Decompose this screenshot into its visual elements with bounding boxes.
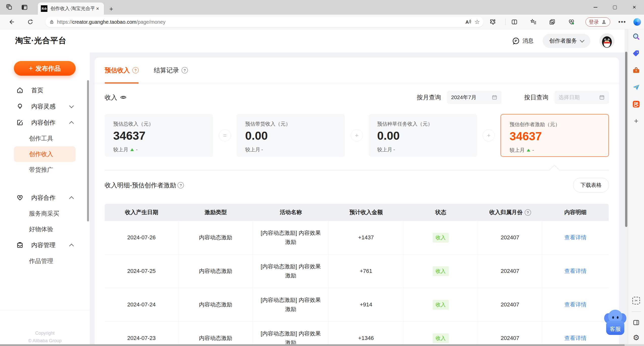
tab-close-icon[interactable]	[94, 5, 101, 12]
tab-estimated-income[interactable]: 预估收入	[105, 57, 139, 83]
sidebar-item-creation-income[interactable]: 创作收入	[14, 146, 76, 162]
page-scrollbar[interactable]	[625, 29, 628, 346]
help-icon[interactable]	[132, 67, 139, 73]
sidebar-item-label: 内容创作	[31, 119, 55, 127]
sidebar-messenger-icon[interactable]	[632, 83, 640, 92]
customer-service-button[interactable]: 客服	[605, 310, 626, 336]
sidebar-scrollbar-thumb[interactable]	[87, 80, 89, 221]
sidebar-item-works-management[interactable]: 作品管理	[14, 253, 76, 269]
extensions-button[interactable]	[489, 17, 496, 27]
sidebar-settings-icon[interactable]: ⚙	[632, 333, 640, 342]
income-detail-table: 收入产生日期 激励类型 活动名称 预计收入金额 状态 收入归属月份 内容明细 2…	[105, 204, 609, 346]
card-total-income[interactable]: 预估总收入（元） 34637 较上月-	[105, 114, 213, 157]
new-tab-button[interactable]	[107, 5, 115, 13]
compare-value: -	[261, 147, 263, 153]
publish-work-button[interactable]: + 发布作品	[14, 61, 76, 76]
card-sales-income[interactable]: 预估带货收入（元） 0.00 较上月-	[237, 114, 345, 157]
sidebar-item-label: 内容管理	[31, 241, 55, 249]
cell-detail: 查看详情	[542, 288, 609, 322]
collections-button[interactable]	[549, 17, 556, 27]
table-row: 2024-07-26 内容动态激励 [内容动态激励] 内容效果激励 +1437 …	[105, 221, 609, 254]
address-bar[interactable]: https://creator.guanghe.taobao.com/page/…	[45, 17, 483, 27]
browser-tab[interactable]: 光合 创作收入·淘宝光合平台	[38, 3, 104, 15]
section-divider	[105, 170, 609, 170]
rail-divider	[632, 311, 641, 312]
site-header: 淘宝·光合平台 消息 创作者服务	[0, 29, 625, 52]
toolbar-divider	[505, 19, 506, 25]
help-icon[interactable]	[182, 67, 188, 73]
split-screen-button[interactable]	[511, 17, 518, 27]
messages-button[interactable]: 消息	[512, 37, 534, 45]
lightbulb-icon	[16, 103, 24, 110]
sidebar-add-icon[interactable]: +	[632, 117, 640, 125]
horizontal-scrollbar-thumb[interactable]	[0, 344, 625, 346]
creator-services-dropdown[interactable]: 创作者服务	[543, 34, 590, 48]
trend-up-icon	[527, 149, 530, 152]
card-seeding-task-income[interactable]: 预估种草任务收入（元） 0.00 较上月-	[369, 114, 477, 157]
sidebar-item-goods-experience[interactable]: 好物体验	[14, 221, 76, 237]
site-logo[interactable]: 淘宝·光合平台	[15, 35, 66, 46]
refresh-button[interactable]	[25, 16, 36, 27]
lock-icon	[49, 19, 54, 25]
sidebar-search-icon[interactable]	[632, 32, 640, 41]
view-details-link[interactable]: 查看详情	[564, 267, 587, 275]
sidebar-item-creation-tools[interactable]: 创作工具	[14, 131, 76, 146]
user-avatar[interactable]	[599, 33, 614, 48]
help-icon[interactable]	[525, 209, 531, 216]
back-button[interactable]	[6, 16, 17, 27]
horizontal-scrollbar[interactable]	[0, 344, 644, 346]
card-creator-incentive[interactable]: 预估创作者激励（元） 34637 较上月-	[501, 114, 609, 157]
browser-essentials-button[interactable]	[568, 17, 575, 27]
app-sidebar: + 发布作品 首页 内容灵感 内容创作 创作工具 创作收入	[0, 52, 90, 346]
view-details-link[interactable]: 查看详情	[564, 334, 587, 342]
sidebar-item-home[interactable]: 首页	[0, 82, 90, 98]
window-minimize-button[interactable]	[586, 0, 605, 15]
download-table-label: 下载表格	[580, 182, 602, 189]
view-details-link[interactable]: 查看详情	[564, 234, 587, 241]
help-icon[interactable]	[178, 182, 184, 188]
vertical-tabs-icon[interactable]	[19, 2, 30, 13]
download-table-button[interactable]: 下载表格	[573, 178, 609, 192]
favorite-star-icon[interactable]: ☆	[474, 18, 480, 25]
settings-more-button[interactable]: •••	[618, 17, 626, 27]
sidebar-item-management[interactable]: 内容管理	[0, 237, 90, 253]
browser-signin-button[interactable]: 登录	[586, 17, 610, 26]
sidebar-panel-icon[interactable]	[632, 318, 640, 327]
customer-service-label: 客服	[610, 325, 621, 333]
sidebar-shopping-icon[interactable]	[632, 49, 640, 58]
sidebar-item-cooperation[interactable]: 内容合作	[0, 190, 90, 206]
edge-sidebar: + ⚙	[628, 29, 644, 346]
selected-card-caret	[549, 165, 560, 175]
sidebar-kuaishou-icon[interactable]	[632, 100, 640, 108]
sidebar-item-service-purchase[interactable]: 服务商采买	[14, 206, 76, 221]
tab-workspaces-icon[interactable]	[4, 2, 15, 13]
profile-icon	[601, 19, 607, 25]
window-close-button[interactable]	[625, 0, 644, 15]
sidebar-item-creation[interactable]: 内容创作	[0, 114, 90, 131]
copyright-line1: Copyright	[0, 329, 90, 337]
eye-icon[interactable]	[120, 94, 127, 101]
copilot-button[interactable]	[633, 17, 641, 27]
url-text[interactable]: https://creator.guanghe.taobao.com/page/…	[57, 19, 465, 25]
month-picker[interactable]: 2024年7月	[447, 91, 502, 104]
minimize-icon	[594, 7, 597, 8]
date-picker[interactable]: 选择日期	[554, 91, 609, 104]
sidebar-item-label: 内容合作	[31, 194, 55, 202]
elephant-eye	[612, 316, 614, 319]
screenshot-icon[interactable]	[632, 296, 640, 305]
sidebar-tools-icon[interactable]	[632, 66, 640, 75]
copilot-icon	[633, 18, 641, 26]
sidebar-item-promotion[interactable]: 带货推广	[14, 162, 76, 178]
compare-label: 较上月	[510, 147, 525, 154]
page-scrollbar-thumb[interactable]	[625, 52, 627, 227]
sidebar-item-inspiration[interactable]: 内容灵感	[0, 98, 90, 114]
cell-activity: [内容动态激励] 内容效果激励	[253, 221, 329, 254]
read-aloud-icon[interactable]: A	[465, 19, 472, 25]
tab-settlement-records[interactable]: 结算记录	[154, 57, 188, 83]
view-details-link[interactable]: 查看详情	[564, 301, 587, 308]
cell-type: 内容动态激励	[179, 288, 253, 322]
window-maximize-button[interactable]	[605, 0, 625, 15]
cell-status: 收入	[403, 221, 478, 254]
cell-amount: +914	[329, 288, 403, 322]
favorites-button[interactable]	[530, 17, 537, 27]
